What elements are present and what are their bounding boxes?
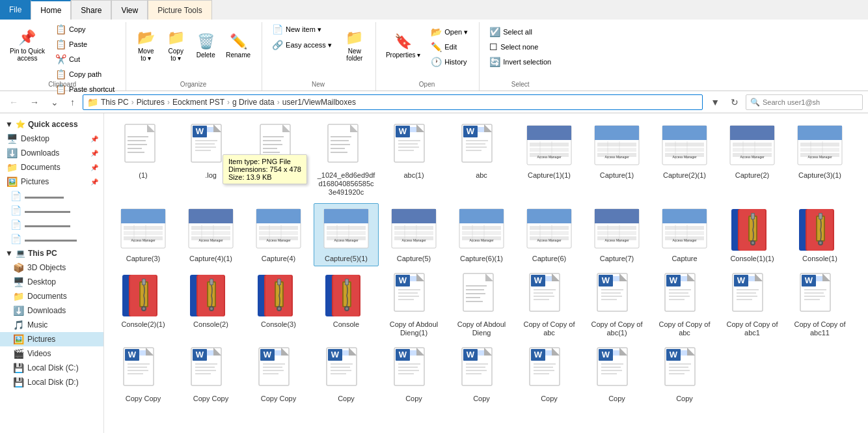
sidebar-item-locald[interactable]: 💾 Local Disk (D:) — [0, 375, 103, 389]
properties-button[interactable]: 🔖 Properties ▾ — [381, 22, 425, 69]
sidebar-item-videos[interactable]: 🎬 Videos — [0, 346, 103, 361]
file-item[interactable]: Copy of Abdoul Dieng — [449, 269, 514, 341]
path-pictures[interactable]: Pictures — [137, 98, 165, 107]
file-item[interactable]: Access Manager Capture — [652, 203, 717, 266]
open-button[interactable]: 📂 Open ▾ — [426, 25, 472, 39]
select-all-button[interactable]: ☑️ Select all — [485, 25, 556, 39]
file-item[interactable]: W Copy — [517, 343, 582, 406]
file-item[interactable]: W Copy of Abdoul Dieng(1) — [381, 269, 446, 341]
file-item[interactable]: W Copy of Copy of abc(1) — [584, 269, 649, 341]
easy-access-button[interactable]: 🔗 Easy access ▾ — [267, 38, 336, 52]
svg-rect-160 — [665, 226, 704, 230]
file-item[interactable]: W Copy Copy — [111, 343, 176, 406]
address-path[interactable]: 📁 This PC › Pictures › Eockment PST › g … — [83, 94, 703, 110]
file-icon-rar — [323, 272, 370, 319]
sidebar-item-pictures-pc[interactable]: 🖼️ Pictures — [0, 332, 103, 346]
sidebar-item-localc[interactable]: 💾 Local Disk (C:) — [0, 361, 103, 375]
file-item[interactable]: Access Manager Capture(6)(1) — [449, 203, 514, 266]
tab-view[interactable]: View — [111, 0, 148, 20]
sidebar-item-documents-pc[interactable]: 📁 Documents — [0, 289, 103, 303]
copy-button[interactable]: 📋 Copy — [51, 22, 119, 36]
file-item[interactable]: W .log — [178, 120, 243, 201]
file-item[interactable]: Access Manager Capture(2)(1) — [652, 120, 717, 201]
file-item[interactable]: _1024_e8d6ed9dfd168040856585c3e491920c — [314, 120, 379, 201]
invert-selection-button[interactable]: 🔄 Invert selection — [485, 55, 556, 69]
sidebar-thispc[interactable]: ▼ 💻 This PC — [0, 246, 103, 260]
sidebar-item-downloads-qa[interactable]: ⬇️ Downloads 📌 — [0, 146, 103, 160]
file-item[interactable]: W abc(1) — [381, 120, 446, 201]
refresh-button[interactable]: ↻ — [727, 95, 742, 109]
sidebar-item-desktop-pc[interactable]: 🖥️ Desktop — [0, 275, 103, 289]
file-item[interactable]: Access Manager Capture(1) — [584, 120, 649, 201]
svg-rect-377 — [669, 373, 685, 374]
file-item[interactable]: Access Manager Capture(5) — [381, 203, 446, 266]
file-item[interactable]: W Copy of Copy of abc — [652, 269, 717, 341]
rename-button[interactable]: ✏️ Rename — [221, 22, 255, 69]
file-item[interactable]: Access Manager Capture(3)(1) — [787, 120, 852, 201]
file-item[interactable]: Access Manager Capture(2) — [720, 120, 785, 201]
file-item[interactable]: Access Manager Capture(6) — [517, 203, 582, 266]
sidebar-item-desktop-qa[interactable]: 🖥️ Desktop 📌 — [0, 132, 103, 146]
svg-rect-314 — [263, 363, 285, 365]
file-item[interactable]: Access Manager Capture(7) — [584, 203, 649, 266]
dropdown-button[interactable]: ▼ — [707, 94, 724, 110]
copy-to-button[interactable]: 📁 Copyto ▾ — [161, 22, 190, 69]
tab-share[interactable]: Share — [71, 0, 111, 20]
file-item[interactable]: (1) — [111, 120, 176, 201]
sidebar-item-pictures-qa[interactable]: 🖼️ Pictures 📌 — [0, 175, 103, 189]
sidebar-item-documents-qa[interactable]: 📁 Documents 📌 — [0, 160, 103, 175]
pin-to-quick-access-button[interactable]: 📌 Pin to Quick access — [5, 22, 49, 69]
file-item[interactable]: W Copy — [652, 343, 717, 406]
file-item[interactable]: W Copy — [449, 343, 514, 406]
file-item[interactable]: Console(1)(1) — [720, 203, 785, 266]
file-item[interactable]: W Copy — [314, 343, 379, 406]
file-item[interactable]: Access Manager Capture(4)(1) — [178, 203, 243, 266]
delete-button[interactable]: 🗑️ Delete — [191, 22, 220, 69]
tab-home[interactable]: Home — [31, 0, 71, 20]
new-item-button[interactable]: 📄 New item ▾ — [267, 22, 336, 36]
sidebar-item-qa6[interactable]: 📄 ▬▬▬▬▬▬▬ — [0, 217, 103, 232]
file-item[interactable]: W Copy — [584, 343, 649, 406]
history-button[interactable]: 🕐 History — [426, 55, 472, 69]
file-item[interactable]: Access Manager Capture(3) — [111, 203, 176, 266]
copy-path-button[interactable]: 📋 Copy path — [51, 67, 119, 81]
file-item[interactable]: Access Manager Capture(1)(1) — [517, 120, 582, 201]
select-none-button[interactable]: ☐ Select none — [485, 40, 556, 54]
move-to-button[interactable]: 📂 Moveto ▾ — [131, 22, 160, 69]
file-item[interactable]: Console(3) — [246, 269, 311, 341]
sidebar-item-music[interactable]: 🎵 Music — [0, 318, 103, 332]
svg-rect-56 — [530, 143, 569, 147]
file-item[interactable]: W Copy — [381, 343, 446, 406]
sidebar-item-qa7[interactable]: 📄 ▬▬▬▬▬▬▬▬ — [0, 232, 103, 246]
file-item[interactable]: Console — [314, 269, 379, 341]
sidebar-item-qa5[interactable]: 📄 ▬▬▬▬▬▬▬ — [0, 203, 103, 217]
cut-button[interactable]: ✂️ Cut — [51, 52, 119, 66]
tab-file[interactable]: File — [0, 0, 31, 20]
path-user[interactable]: user1/ViewMailboxes — [282, 98, 356, 107]
file-item[interactable]: Access Manager Capture(4) — [246, 203, 311, 266]
search-box[interactable]: 🔍 — [746, 94, 863, 110]
file-item[interactable]: W Copy of Copy of abc11 — [787, 269, 852, 341]
search-input[interactable] — [763, 98, 858, 106]
file-item[interactable]: W abc — [449, 120, 514, 201]
sidebar-item-downloads-pc[interactable]: ⬇️ Downloads — [0, 303, 103, 318]
file-item[interactable]: W Copy of Copy of abc — [517, 269, 582, 341]
file-item[interactable]: Console(2)(1) — [111, 269, 176, 341]
svg-rect-17 — [195, 150, 211, 151]
tab-picture-tools[interactable]: Picture Tools — [148, 0, 211, 20]
file-item[interactable]: Console(1) — [787, 203, 852, 266]
path-eockment[interactable]: Eockment PST — [172, 98, 224, 107]
file-item[interactable]: Console(2) — [178, 269, 243, 341]
edit-button[interactable]: ✏️ Edit — [426, 40, 472, 54]
sidebar-item-qa4[interactable]: 📄 ▬▬▬▬▬▬ — [0, 189, 103, 203]
file-item[interactable]: Access Manager Capture(5)(1) — [314, 203, 379, 266]
file-item[interactable]: W Copy of Copy of abc1 — [720, 269, 785, 341]
file-item[interactable]: .log — [246, 120, 311, 201]
paste-button[interactable]: 📋 Paste — [51, 37, 119, 51]
file-item[interactable]: W Copy Copy — [246, 343, 311, 406]
file-item[interactable]: W Copy Copy — [178, 343, 243, 406]
delete-icon: 🗑️ — [197, 33, 215, 50]
path-gdrivedata[interactable]: g Drive data — [232, 98, 275, 107]
sidebar-item-3dobjects[interactable]: 📦 3D Objects — [0, 260, 103, 275]
new-folder-button[interactable]: 📁 Newfolder — [340, 22, 369, 69]
